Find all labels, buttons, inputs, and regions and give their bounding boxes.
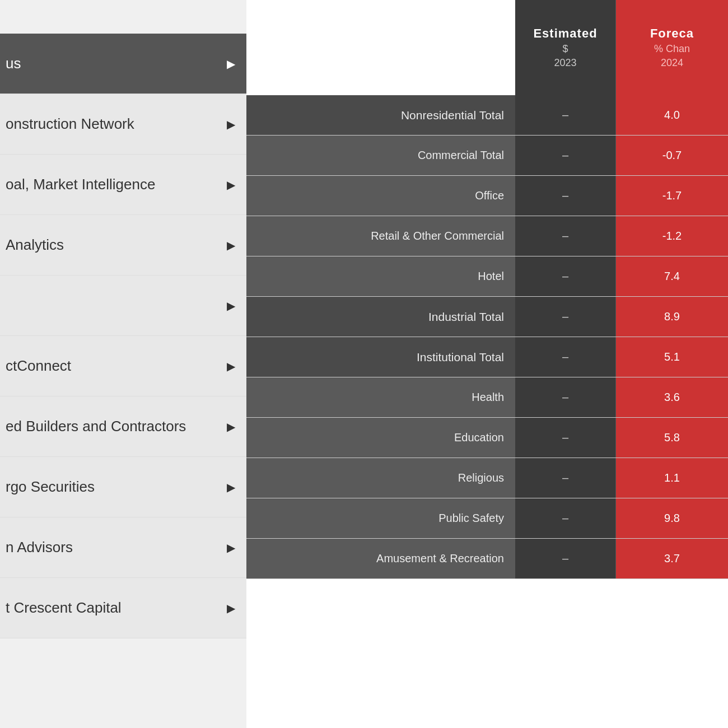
- row-forecast-value: 5.1: [616, 337, 728, 377]
- row-label: Nonresidential Total: [246, 109, 515, 122]
- row-estimated-value: –: [515, 95, 616, 135]
- sidebar-item-connect[interactable]: ctConnect▶: [0, 336, 246, 396]
- row-forecast-value: 3.7: [616, 539, 728, 578]
- row-label: Amusement & Recreation: [246, 552, 515, 565]
- sidebar-item-unnamed[interactable]: ▶: [0, 276, 246, 336]
- table-row: Religious–1.1: [246, 458, 728, 498]
- sidebar-item-label: oal, Market Intelligence: [6, 176, 155, 193]
- header-spacer: [246, 0, 515, 95]
- table-row: Commercial Total–-0.7: [246, 136, 728, 176]
- row-label: Office: [246, 189, 515, 202]
- chevron-right-icon: ▶: [227, 57, 235, 71]
- table-row: Public Safety–9.8: [246, 498, 728, 539]
- header-estimated: Estimated $ 2023: [515, 0, 616, 95]
- chevron-right-icon: ▶: [227, 601, 235, 615]
- chevron-right-icon: ▶: [227, 420, 235, 433]
- row-estimated-value: –: [515, 458, 616, 498]
- row-label: Religious: [246, 472, 515, 484]
- row-label: Institutional Total: [246, 351, 515, 364]
- row-label: Public Safety: [246, 512, 515, 525]
- chevron-right-icon: ▶: [227, 299, 235, 312]
- forecast-sub: % Chan: [654, 43, 690, 55]
- row-label: Industrial Total: [246, 310, 515, 324]
- chevron-right-icon: ▶: [227, 480, 235, 494]
- sidebar-item-label: onstruction Network: [6, 115, 134, 133]
- row-estimated-value: –: [515, 136, 616, 175]
- sidebar-item-label: Analytics: [6, 236, 64, 254]
- estimated-sub: $: [562, 43, 568, 55]
- sidebar-item-securities[interactable]: rgo Securities▶: [0, 457, 246, 517]
- row-estimated-value: –: [515, 297, 616, 337]
- row-forecast-value: 1.1: [616, 458, 728, 498]
- chevron-right-icon: ▶: [227, 178, 235, 192]
- row-label: Education: [246, 431, 515, 444]
- sidebar-item-crescent-capital[interactable]: t Crescent Capital▶: [0, 578, 246, 638]
- table-area: Estimated $ 2023 Foreca % Chan 2024 Nonr…: [246, 0, 728, 728]
- sidebar-item-label: ed Builders and Contractors: [6, 418, 186, 435]
- row-label: Hotel: [246, 270, 515, 283]
- table-body: Nonresidential Total–4.0Commercial Total…: [246, 95, 728, 728]
- row-forecast-value: 7.4: [616, 256, 728, 296]
- row-forecast-value: 8.9: [616, 297, 728, 337]
- sidebar: us▶onstruction Network▶oal, Market Intel…: [0, 0, 246, 728]
- row-estimated-value: –: [515, 256, 616, 296]
- row-estimated-value: –: [515, 216, 616, 256]
- estimated-year: 2023: [554, 57, 576, 69]
- row-label: Commercial Total: [246, 149, 515, 162]
- sidebar-item-analytics[interactable]: Analytics▶: [0, 215, 246, 276]
- row-forecast-value: -0.7: [616, 136, 728, 175]
- row-forecast-value: -1.7: [616, 176, 728, 216]
- row-forecast-value: 5.8: [616, 418, 728, 458]
- row-estimated-value: –: [515, 418, 616, 458]
- sidebar-item-label: ctConnect: [6, 357, 71, 375]
- row-forecast-value: 9.8: [616, 498, 728, 538]
- chevron-right-icon: ▶: [227, 541, 235, 554]
- table-row: Retail & Other Commercial–-1.2: [246, 216, 728, 256]
- row-estimated-value: –: [515, 498, 616, 538]
- row-estimated-value: –: [515, 539, 616, 578]
- table-row: Health–3.6: [246, 377, 728, 418]
- row-label: Health: [246, 391, 515, 404]
- header-forecast: Foreca % Chan 2024: [616, 0, 728, 95]
- table-row: Nonresidential Total–4.0: [246, 95, 728, 136]
- row-label: Retail & Other Commercial: [246, 230, 515, 242]
- table-header: Estimated $ 2023 Foreca % Chan 2024: [246, 0, 728, 95]
- table-row: Industrial Total–8.9: [246, 297, 728, 337]
- sidebar-item-focus[interactable]: us▶: [0, 34, 246, 94]
- chevron-right-icon: ▶: [227, 239, 235, 252]
- sidebar-item-advisors[interactable]: n Advisors▶: [0, 517, 246, 578]
- row-forecast-value: 4.0: [616, 95, 728, 135]
- sidebar-item-label: rgo Securities: [6, 478, 95, 496]
- row-estimated-value: –: [515, 377, 616, 417]
- sidebar-item-label: n Advisors: [6, 539, 73, 556]
- table-row: Institutional Total–5.1: [246, 337, 728, 377]
- sidebar-item-market-intelligence[interactable]: oal, Market Intelligence▶: [0, 155, 246, 215]
- forecast-title: Foreca: [650, 26, 694, 41]
- table-row: Hotel–7.4: [246, 256, 728, 297]
- row-estimated-value: –: [515, 176, 616, 216]
- chevron-right-icon: ▶: [227, 360, 235, 373]
- forecast-year: 2024: [661, 57, 683, 69]
- row-estimated-value: –: [515, 337, 616, 377]
- sidebar-item-construction-network[interactable]: onstruction Network▶: [0, 94, 246, 155]
- sidebar-item-label: t Crescent Capital: [6, 599, 122, 617]
- row-forecast-value: -1.2: [616, 216, 728, 256]
- row-forecast-value: 3.6: [616, 377, 728, 417]
- table-row: Education–5.8: [246, 418, 728, 458]
- sidebar-item-label: us: [6, 55, 21, 72]
- table-row: Office–-1.7: [246, 176, 728, 216]
- sidebar-item-builders-contractors[interactable]: ed Builders and Contractors▶: [0, 396, 246, 457]
- table-row: Amusement & Recreation–3.7: [246, 539, 728, 579]
- chevron-right-icon: ▶: [227, 118, 235, 131]
- estimated-title: Estimated: [533, 26, 597, 41]
